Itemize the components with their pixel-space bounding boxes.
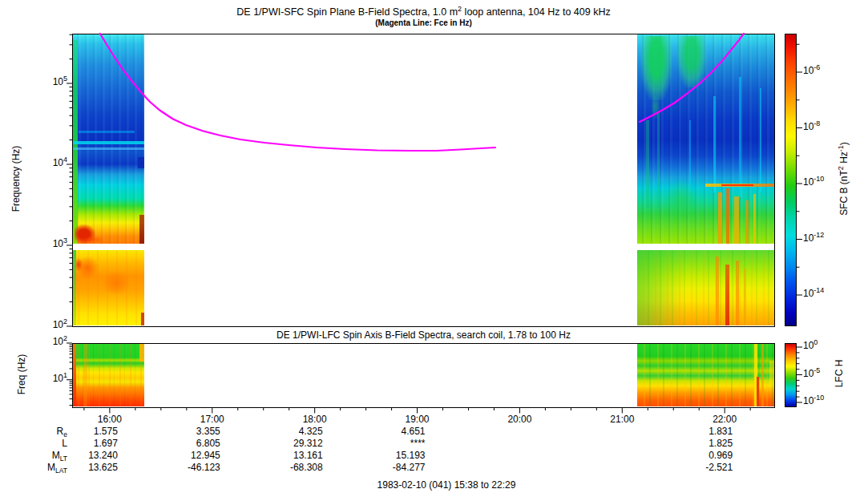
ephemeris-column: 4.32529.31213.161-68.308 (259, 426, 323, 474)
tick-label: 105 (32, 76, 67, 88)
tick-label: 104 (32, 157, 67, 169)
date-range-footer: 1983-02-10 (041) 15:38 to 22:29 (305, 479, 588, 491)
time-tick-label: 21:00 (598, 414, 646, 425)
tick-label: 10-14 (803, 288, 824, 300)
ephemeris-column: 1.8311.8250.969-2.521 (668, 426, 733, 474)
tick-label: 10-12 (803, 232, 824, 244)
tick-label: 10-8 (803, 121, 820, 133)
time-tick-label: 22:00 (700, 414, 749, 425)
tick-label: 103 (32, 238, 67, 250)
tick-label: 10-5 (803, 368, 820, 380)
tick-label: 102 (32, 319, 67, 331)
ephemeris-column: 3.3556.80512.945-46.123 (156, 426, 220, 474)
tick-label: 102 (32, 336, 67, 348)
tick-label: 10-10 (803, 176, 824, 188)
ephemeris-row-labels: ReLMLTMLAT (16, 426, 67, 474)
time-tick-label: 19:00 (394, 414, 442, 425)
ephemeris-column: 4.651****15.193-84.277 (361, 426, 426, 474)
labels-layer: 10510410310210210110-610-810-1010-1210-1… (0, 0, 868, 497)
tick-label: 101 (32, 373, 67, 385)
ephemeris-column (566, 426, 630, 474)
time-tick-label: 18:00 (291, 414, 339, 425)
time-tick-label: 17:00 (188, 414, 236, 425)
spectrogram-page: DE 1/PWI-SFC Spin Plane B-Field Spectra,… (0, 0, 868, 497)
tick-label: 10-10 (803, 395, 824, 407)
time-tick-label: 20:00 (495, 414, 543, 425)
tick-label: 100 (803, 340, 818, 352)
ephemeris-column (463, 426, 527, 474)
time-tick-label: 16:00 (86, 414, 134, 425)
tick-label: 10-6 (803, 65, 820, 77)
